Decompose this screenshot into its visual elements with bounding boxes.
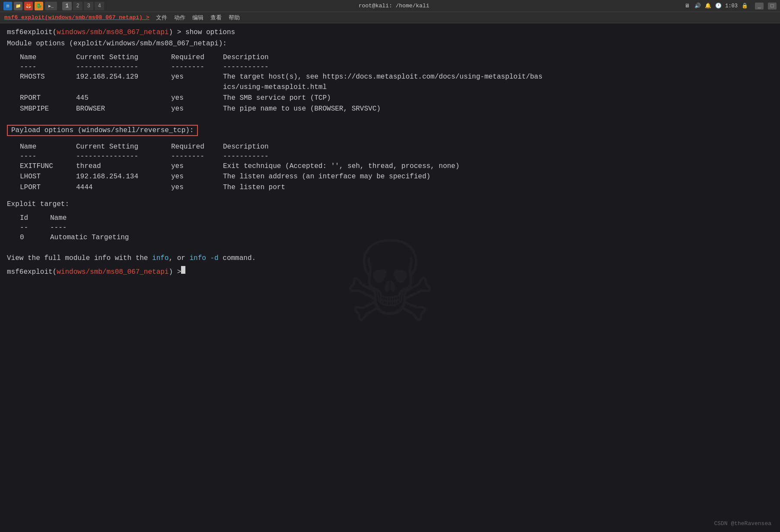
rport-setting: 445 (76, 93, 171, 104)
payload-options-header: Payload options (windows/shell/reverse_t… (11, 127, 194, 134)
module-options-header: Module options (exploit/windows/smb/ms08… (7, 38, 773, 49)
app-icon-4[interactable]: 🐉 (35, 2, 43, 10)
exitfunc-required: yes (171, 161, 223, 172)
rhosts-required: yes (171, 72, 223, 82)
rhosts-cont-desc: ics/using-metasploit.html (223, 82, 773, 93)
prompt2-module-name: windows/smb/ms08_067_netapi (57, 268, 169, 276)
tunderline-id: -- (20, 224, 50, 231)
tab-3[interactable]: 3 (84, 2, 93, 10)
pcol-header-required: Required (171, 142, 223, 152)
info-line-mid: , or (169, 253, 189, 264)
lport-setting: 4444 (76, 182, 171, 193)
target-0-name: Automatic Targeting (50, 232, 129, 243)
exitfunc-desc: Exit technique (Accepted: '', seh, threa… (223, 161, 773, 172)
pcol-header-setting: Current Setting (76, 142, 171, 152)
prompt-exploit-label: exploit( (23, 28, 57, 36)
prompt-msf-label: msf6 (7, 28, 23, 36)
prompt2-exploit-label: exploit( (23, 268, 57, 276)
menu-bar: msf6 exploit(windows/smb/ms08_067_netapi… (0, 12, 780, 23)
module-table: Name Current Setting Required Descriptio… (20, 52, 773, 114)
smbpipe-setting: BROWSER (76, 104, 171, 114)
pcol-header-desc: Description (223, 142, 773, 152)
target-table-underline: -- ---- (20, 224, 773, 231)
table-row-lhost: LHOST 192.168.254.134 yes The listen add… (20, 171, 773, 182)
menu-edit[interactable]: 编辑 (192, 14, 204, 22)
tunderline-name: ---- (50, 224, 67, 231)
lock-icon: 🔒 (741, 3, 748, 10)
window-frame: ⊞ 📁 🦊 🐉 ▶_ 1 2 3 4 root@kali: /home/kali… (0, 0, 780, 532)
app-icon-3[interactable]: 🦊 (24, 2, 33, 10)
table-row-rport: RPORT 445 yes The SMB service port (TCP) (20, 93, 773, 104)
lport-name: LPORT (20, 182, 76, 193)
target-table: Id Name -- ---- 0 Automatic Targeting (20, 213, 773, 243)
smbpipe-required: yes (171, 104, 223, 114)
info-line-suffix: command. (219, 253, 256, 264)
lhost-setting: 192.168.254.134 (76, 171, 171, 182)
lhost-required: yes (171, 171, 223, 182)
payload-options-box: Payload options (windows/shell/reverse_t… (7, 125, 198, 136)
clock-time: 1:03 (725, 3, 738, 9)
minimize-button[interactable]: _ (755, 3, 764, 10)
lhost-desc: The listen address (an interface may be … (223, 171, 773, 182)
punderline-required: -------- (171, 152, 223, 160)
payload-table: Name Current Setting Required Descriptio… (20, 142, 773, 193)
prompt-line-2[interactable]: msf6 exploit(windows/smb/ms08_067_netapi… (7, 266, 773, 276)
underline-name: ---- (20, 63, 76, 71)
monitor-icon: 🖥 (684, 3, 691, 10)
rhosts-setting: 192.168.254.129 (76, 72, 171, 82)
tab-1[interactable]: 1 (62, 2, 72, 10)
terminal-body: ☠ msf6 exploit(windows/smb/ms08_067_neta… (0, 23, 780, 532)
menu-action[interactable]: 动作 (174, 14, 185, 22)
tab-4[interactable]: 4 (95, 2, 104, 10)
info-line: View the full module info with the info … (7, 253, 773, 264)
rport-name: RPORT (20, 93, 76, 104)
attribution-text: CSDN @theRavensea (714, 520, 771, 527)
pcol-header-name: Name (20, 142, 76, 152)
prompt-prefix-label: msf6 exploit(windows/smb/ms08_067_netapi… (4, 14, 149, 21)
underline-desc: ----------- (223, 63, 773, 71)
tcol-id: Id (20, 213, 50, 224)
table-row-target-0: 0 Automatic Targeting (20, 232, 773, 243)
underline-setting: --------------- (76, 63, 171, 71)
lport-required: yes (171, 182, 223, 193)
payload-table-header: Name Current Setting Required Descriptio… (20, 142, 773, 152)
smbpipe-desc: The pipe name to use (BROWSER, SRVSVC) (223, 104, 773, 114)
smbpipe-name: SMBPIPE (20, 104, 76, 114)
module-table-header: Name Current Setting Required Descriptio… (20, 52, 773, 63)
rhosts-name: RHOSTS (20, 72, 76, 82)
menu-help[interactable]: 帮助 (229, 14, 240, 22)
info-link-1[interactable]: info (152, 253, 169, 264)
menu-file[interactable]: 文件 (156, 14, 167, 22)
app-icon-2[interactable]: 📁 (14, 2, 22, 10)
table-row-lport: LPORT 4444 yes The listen port (20, 182, 773, 193)
exploit-target-header: Exploit target: (7, 199, 773, 210)
module-table-underline: ---- --------------- -------- ----------… (20, 63, 773, 71)
system-tray: 🖥 🔊 🔔 🕐 1:03 🔒 _ □ (684, 3, 777, 10)
col-header-name: Name (20, 52, 76, 63)
app-icon-terminal[interactable]: ▶_ (45, 2, 57, 10)
rhosts-desc: The target host(s), see https://docs.met… (223, 72, 773, 82)
tab-2[interactable]: 2 (73, 2, 83, 10)
terminal-cursor (181, 266, 185, 274)
punderline-name: ---- (20, 152, 76, 160)
rhosts-cont-blank2 (76, 82, 171, 93)
prompt-line-1: msf6 exploit(windows/smb/ms08_067_netapi… (7, 28, 773, 36)
rhosts-cont-blank3 (171, 82, 223, 93)
table-row-exitfunc: EXITFUNC thread yes Exit technique (Acce… (20, 161, 773, 172)
app-icon-1[interactable]: ⊞ (3, 2, 12, 10)
lhost-name: LHOST (20, 171, 76, 182)
table-row-rhosts-cont: ics/using-metasploit.html (20, 82, 773, 93)
punderline-desc: ----------- (223, 152, 773, 160)
speaker-icon: 🔊 (694, 3, 701, 10)
target-table-header: Id Name (20, 213, 773, 224)
punderline-setting: --------------- (76, 152, 171, 160)
info-link-2[interactable]: info -d (189, 253, 218, 264)
payload-table-underline: ---- --------------- -------- ----------… (20, 152, 773, 160)
rport-desc: The SMB service port (TCP) (223, 93, 773, 104)
maximize-button[interactable]: □ (768, 3, 777, 10)
menu-view[interactable]: 查看 (210, 14, 222, 22)
rhosts-cont-blank (20, 82, 76, 93)
col-header-desc: Description (223, 52, 773, 63)
underline-required: -------- (171, 63, 223, 71)
prompt2-msf-label: msf6 (7, 268, 23, 276)
